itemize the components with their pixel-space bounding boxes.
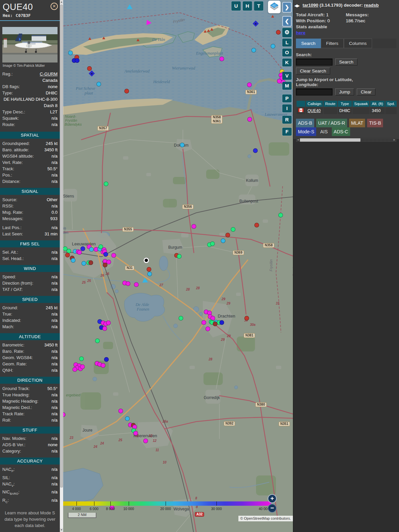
aircraft-position-dot[interactable]: [231, 227, 235, 232]
selected-aircraft-marker[interactable]: [144, 258, 149, 263]
stats-here-link[interactable]: here: [296, 30, 346, 35]
aircraft-position-dot[interactable]: [143, 439, 148, 443]
map-button-t[interactable]: T: [254, 1, 263, 11]
col-icon[interactable]: [297, 101, 305, 107]
aircraft-position-dot[interactable]: [72, 367, 77, 372]
tar1090-link[interactable]: tar1090: [303, 3, 318, 8]
zoom-in-button[interactable]: +: [268, 494, 277, 503]
close-icon[interactable]: ✕: [51, 3, 58, 10]
aircraft-position-dot[interactable]: [278, 213, 283, 217]
aircraft-position-dot[interactable]: [180, 143, 185, 147]
aircraft-position-dot[interactable]: [213, 322, 217, 326]
col-type[interactable]: Type: [338, 101, 352, 107]
search-input[interactable]: [296, 59, 332, 66]
col-squawk[interactable]: Squawk: [352, 101, 369, 107]
col-callsign[interactable]: Callsign: [306, 101, 323, 107]
aircraft-position-dot[interactable]: [88, 260, 93, 265]
panel-collapse-icon[interactable]: ◀▶: [294, 3, 299, 8]
aircraft-position-dot[interactable]: [244, 316, 249, 321]
map-button-f[interactable]: F: [282, 128, 292, 136]
map-button-v[interactable]: V: [282, 72, 292, 80]
aircraft-position-dot[interactable]: [87, 66, 92, 71]
panel-expand-button[interactable]: ❯: [282, 2, 292, 13]
h-scrollbar-thumb[interactable]: [300, 138, 360, 142]
aircraft-position-dot[interactable]: [134, 282, 139, 287]
clear-search-button[interactable]: Clear Search: [296, 67, 330, 74]
aircraft-position-dot[interactable]: [177, 254, 182, 259]
aircraft-position-dot[interactable]: [118, 409, 123, 413]
tab-filters[interactable]: Filters: [321, 39, 344, 48]
aircraft-position-dot[interactable]: [71, 258, 75, 263]
scrollbar-thumb[interactable]: [60, 5, 63, 487]
aircraft-position-dot[interactable]: [81, 261, 86, 266]
aircraft-position-dot[interactable]: [103, 252, 108, 257]
layer-switcher-button[interactable]: [268, 1, 281, 13]
readsb-link[interactable]: readsb: [364, 3, 379, 8]
osm-attribution[interactable]: © OpenStreetMap contributors.: [238, 516, 293, 521]
aircraft-position-dot[interactable]: [251, 48, 256, 53]
aircraft-position-dot[interactable]: [247, 82, 252, 87]
scroll-left-icon[interactable]: ◄: [297, 138, 299, 142]
aircraft-position-dot[interactable]: [65, 253, 70, 257]
aircraft-position-dot[interactable]: [247, 117, 252, 122]
tab-search[interactable]: Search: [296, 39, 321, 48]
zoom-out-button[interactable]: −: [268, 504, 277, 513]
aircraft-position-dot[interactable]: [95, 338, 100, 343]
aircraft-position-dot[interactable]: [147, 267, 151, 272]
aircraft-position-dot[interactable]: [276, 30, 281, 35]
info-value[interactable]: C-GURM: [40, 71, 58, 77]
col-alt[interactable]: Alt. (ft): [370, 101, 385, 107]
aircraft-position-dot[interactable]: [133, 431, 138, 436]
map-button-k[interactable]: K: [282, 59, 292, 66]
table-h-scrollbar[interactable]: ◄ ►: [296, 138, 396, 142]
map-button-u[interactable]: U: [231, 1, 241, 11]
aircraft-position-dot[interactable]: [125, 416, 130, 421]
aircraft-position-dot[interactable]: [104, 357, 109, 362]
aircraft-position-dot[interactable]: [205, 327, 210, 331]
aircraft-position-dot[interactable]: [254, 223, 259, 227]
aircraft-track-arrow[interactable]: [142, 278, 149, 285]
aircraft-position-dot[interactable]: [63, 412, 66, 417]
aircraft-position-dot[interactable]: [219, 320, 224, 325]
search-button[interactable]: Search: [335, 59, 357, 66]
scroll-up-icon[interactable]: ▲: [60, 0, 63, 4]
tab-columns[interactable]: Columns: [344, 39, 372, 48]
col-spd[interactable]: Spd.: [385, 101, 397, 107]
map[interactable]: AmelanderwadWierumerwadEngelsmanplaatDe …: [63, 0, 293, 532]
aircraft-position-dot[interactable]: [253, 148, 258, 153]
scroll-down-icon[interactable]: ▼: [60, 528, 63, 532]
aircraft-position-dot[interactable]: [68, 51, 73, 55]
sidebar-scrollbar[interactable]: ▲ ▼: [60, 0, 63, 532]
map-button-o[interactable]: O: [282, 49, 292, 57]
aircraft-position-dot[interactable]: [221, 238, 225, 243]
aircraft-position-dot[interactable]: [179, 316, 183, 321]
aircraft-position-dot[interactable]: [201, 320, 206, 325]
map-button-l[interactable]: L: [282, 39, 292, 47]
aircraft-position-dot[interactable]: [210, 241, 215, 246]
aircraft-position-dot[interactable]: [111, 253, 116, 258]
aircraft-track-arrow[interactable]: [125, 4, 132, 12]
jump-input[interactable]: [296, 88, 332, 95]
aircraft-position-dot[interactable]: [89, 247, 94, 252]
aircraft-position-dot[interactable]: [101, 363, 105, 368]
aircraft-position-dot[interactable]: [225, 233, 230, 237]
map-button-r[interactable]: R: [282, 116, 292, 124]
aircraft-position-dot[interactable]: [77, 250, 82, 255]
aircraft-position-dot[interactable]: [96, 82, 101, 86]
col-route[interactable]: Route: [324, 101, 337, 107]
scroll-right-icon[interactable]: ►: [393, 138, 396, 142]
aircraft-track-arrow[interactable]: [146, 20, 152, 26]
jump-button[interactable]: Jump: [335, 88, 354, 95]
aircraft-position-dot[interactable]: [106, 321, 111, 325]
aircraft-position-dot[interactable]: [271, 44, 275, 49]
aircraft-position-dot[interactable]: [124, 89, 129, 93]
aircraft-position-dot[interactable]: [192, 224, 196, 229]
aircraft-position-dot[interactable]: [102, 326, 107, 331]
aircraft-position-dot[interactable]: [104, 182, 108, 186]
aircraft-position-dot[interactable]: [79, 356, 84, 361]
callsign-cell[interactable]: QUE40: [306, 107, 323, 114]
aircraft-position-dot[interactable]: [80, 246, 85, 251]
map-button-p[interactable]: P: [282, 94, 292, 102]
map-button-h[interactable]: H: [243, 1, 252, 11]
aircraft-position-dot[interactable]: [126, 281, 130, 286]
